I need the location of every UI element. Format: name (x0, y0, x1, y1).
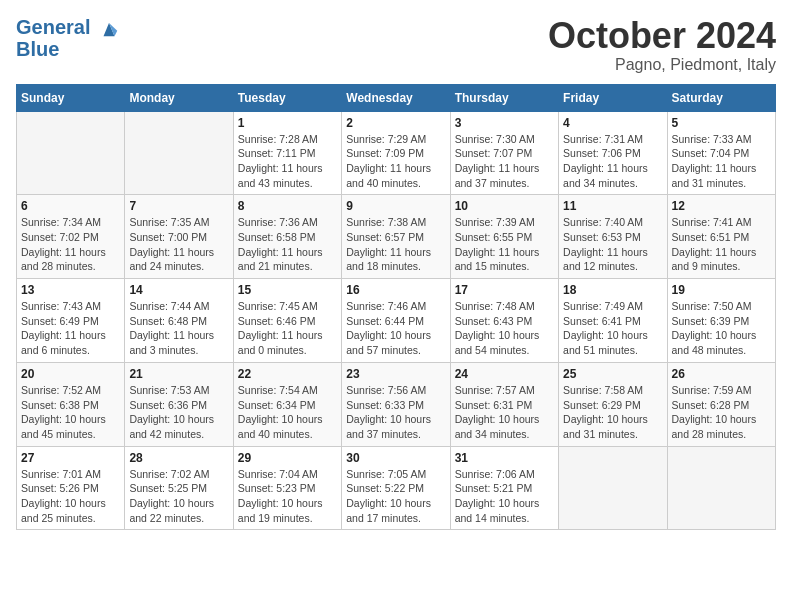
day-detail: Sunrise: 7:01 AMSunset: 5:26 PMDaylight:… (21, 467, 120, 526)
day-cell: 14Sunrise: 7:44 AMSunset: 6:48 PMDayligh… (125, 279, 233, 363)
day-detail: Sunrise: 7:58 AMSunset: 6:29 PMDaylight:… (563, 383, 662, 442)
day-detail: Sunrise: 7:48 AMSunset: 6:43 PMDaylight:… (455, 299, 554, 358)
day-cell: 7Sunrise: 7:35 AMSunset: 7:00 PMDaylight… (125, 195, 233, 279)
day-cell (667, 446, 775, 530)
day-number: 21 (129, 367, 228, 381)
day-number: 4 (563, 116, 662, 130)
day-detail: Sunrise: 7:38 AMSunset: 6:57 PMDaylight:… (346, 215, 445, 274)
day-detail: Sunrise: 7:46 AMSunset: 6:44 PMDaylight:… (346, 299, 445, 358)
day-cell: 8Sunrise: 7:36 AMSunset: 6:58 PMDaylight… (233, 195, 341, 279)
day-number: 15 (238, 283, 337, 297)
day-cell: 25Sunrise: 7:58 AMSunset: 6:29 PMDayligh… (559, 362, 667, 446)
day-detail: Sunrise: 7:56 AMSunset: 6:33 PMDaylight:… (346, 383, 445, 442)
day-detail: Sunrise: 7:05 AMSunset: 5:22 PMDaylight:… (346, 467, 445, 526)
day-cell: 6Sunrise: 7:34 AMSunset: 7:02 PMDaylight… (17, 195, 125, 279)
day-number: 31 (455, 451, 554, 465)
weekday-header-thursday: Thursday (450, 84, 558, 111)
day-detail: Sunrise: 7:40 AMSunset: 6:53 PMDaylight:… (563, 215, 662, 274)
day-cell: 20Sunrise: 7:52 AMSunset: 6:38 PMDayligh… (17, 362, 125, 446)
day-cell: 24Sunrise: 7:57 AMSunset: 6:31 PMDayligh… (450, 362, 558, 446)
day-detail: Sunrise: 7:45 AMSunset: 6:46 PMDaylight:… (238, 299, 337, 358)
day-cell: 3Sunrise: 7:30 AMSunset: 7:07 PMDaylight… (450, 111, 558, 195)
day-number: 27 (21, 451, 120, 465)
month-title: October 2024 (548, 16, 776, 56)
location: Pagno, Piedmont, Italy (548, 56, 776, 74)
day-detail: Sunrise: 7:43 AMSunset: 6:49 PMDaylight:… (21, 299, 120, 358)
day-number: 14 (129, 283, 228, 297)
day-number: 2 (346, 116, 445, 130)
day-detail: Sunrise: 7:28 AMSunset: 7:11 PMDaylight:… (238, 132, 337, 191)
day-cell (17, 111, 125, 195)
day-number: 6 (21, 199, 120, 213)
day-detail: Sunrise: 7:33 AMSunset: 7:04 PMDaylight:… (672, 132, 771, 191)
weekday-header-friday: Friday (559, 84, 667, 111)
week-row-3: 13Sunrise: 7:43 AMSunset: 6:49 PMDayligh… (17, 279, 776, 363)
week-row-2: 6Sunrise: 7:34 AMSunset: 7:02 PMDaylight… (17, 195, 776, 279)
day-number: 24 (455, 367, 554, 381)
day-detail: Sunrise: 7:57 AMSunset: 6:31 PMDaylight:… (455, 383, 554, 442)
title-block: October 2024 Pagno, Piedmont, Italy (548, 16, 776, 74)
day-detail: Sunrise: 7:59 AMSunset: 6:28 PMDaylight:… (672, 383, 771, 442)
weekday-header-sunday: Sunday (17, 84, 125, 111)
day-detail: Sunrise: 7:52 AMSunset: 6:38 PMDaylight:… (21, 383, 120, 442)
day-number: 29 (238, 451, 337, 465)
weekday-header-saturday: Saturday (667, 84, 775, 111)
day-cell: 29Sunrise: 7:04 AMSunset: 5:23 PMDayligh… (233, 446, 341, 530)
day-cell: 12Sunrise: 7:41 AMSunset: 6:51 PMDayligh… (667, 195, 775, 279)
day-detail: Sunrise: 7:04 AMSunset: 5:23 PMDaylight:… (238, 467, 337, 526)
day-number: 18 (563, 283, 662, 297)
day-detail: Sunrise: 7:50 AMSunset: 6:39 PMDaylight:… (672, 299, 771, 358)
day-cell: 31Sunrise: 7:06 AMSunset: 5:21 PMDayligh… (450, 446, 558, 530)
week-row-5: 27Sunrise: 7:01 AMSunset: 5:26 PMDayligh… (17, 446, 776, 530)
day-number: 10 (455, 199, 554, 213)
day-cell: 5Sunrise: 7:33 AMSunset: 7:04 PMDaylight… (667, 111, 775, 195)
day-cell: 15Sunrise: 7:45 AMSunset: 6:46 PMDayligh… (233, 279, 341, 363)
day-detail: Sunrise: 7:49 AMSunset: 6:41 PMDaylight:… (563, 299, 662, 358)
day-cell (125, 111, 233, 195)
day-cell: 21Sunrise: 7:53 AMSunset: 6:36 PMDayligh… (125, 362, 233, 446)
day-detail: Sunrise: 7:35 AMSunset: 7:00 PMDaylight:… (129, 215, 228, 274)
day-number: 5 (672, 116, 771, 130)
day-number: 8 (238, 199, 337, 213)
day-number: 23 (346, 367, 445, 381)
day-number: 1 (238, 116, 337, 130)
day-cell: 4Sunrise: 7:31 AMSunset: 7:06 PMDaylight… (559, 111, 667, 195)
day-number: 17 (455, 283, 554, 297)
logo-general: General (16, 16, 90, 38)
day-cell: 19Sunrise: 7:50 AMSunset: 6:39 PMDayligh… (667, 279, 775, 363)
day-cell: 28Sunrise: 7:02 AMSunset: 5:25 PMDayligh… (125, 446, 233, 530)
logo: General Blue (16, 16, 120, 60)
day-number: 20 (21, 367, 120, 381)
weekday-header-tuesday: Tuesday (233, 84, 341, 111)
day-detail: Sunrise: 7:06 AMSunset: 5:21 PMDaylight:… (455, 467, 554, 526)
logo-blue: Blue (16, 38, 120, 60)
day-number: 12 (672, 199, 771, 213)
day-detail: Sunrise: 7:02 AMSunset: 5:25 PMDaylight:… (129, 467, 228, 526)
day-cell: 9Sunrise: 7:38 AMSunset: 6:57 PMDaylight… (342, 195, 450, 279)
logo-icon (98, 20, 120, 38)
day-detail: Sunrise: 7:53 AMSunset: 6:36 PMDaylight:… (129, 383, 228, 442)
day-number: 3 (455, 116, 554, 130)
day-cell: 17Sunrise: 7:48 AMSunset: 6:43 PMDayligh… (450, 279, 558, 363)
weekday-header-monday: Monday (125, 84, 233, 111)
day-detail: Sunrise: 7:39 AMSunset: 6:55 PMDaylight:… (455, 215, 554, 274)
day-cell: 22Sunrise: 7:54 AMSunset: 6:34 PMDayligh… (233, 362, 341, 446)
week-row-4: 20Sunrise: 7:52 AMSunset: 6:38 PMDayligh… (17, 362, 776, 446)
day-cell: 13Sunrise: 7:43 AMSunset: 6:49 PMDayligh… (17, 279, 125, 363)
day-number: 22 (238, 367, 337, 381)
day-cell: 1Sunrise: 7:28 AMSunset: 7:11 PMDaylight… (233, 111, 341, 195)
day-cell: 23Sunrise: 7:56 AMSunset: 6:33 PMDayligh… (342, 362, 450, 446)
day-number: 30 (346, 451, 445, 465)
day-cell: 10Sunrise: 7:39 AMSunset: 6:55 PMDayligh… (450, 195, 558, 279)
weekday-header-wednesday: Wednesday (342, 84, 450, 111)
day-number: 7 (129, 199, 228, 213)
day-detail: Sunrise: 7:31 AMSunset: 7:06 PMDaylight:… (563, 132, 662, 191)
day-number: 28 (129, 451, 228, 465)
day-cell (559, 446, 667, 530)
logo-text: General (16, 16, 120, 38)
day-cell: 2Sunrise: 7:29 AMSunset: 7:09 PMDaylight… (342, 111, 450, 195)
page-header: General Blue October 2024 Pagno, Piedmon… (16, 16, 776, 74)
day-number: 11 (563, 199, 662, 213)
day-number: 16 (346, 283, 445, 297)
day-detail: Sunrise: 7:54 AMSunset: 6:34 PMDaylight:… (238, 383, 337, 442)
